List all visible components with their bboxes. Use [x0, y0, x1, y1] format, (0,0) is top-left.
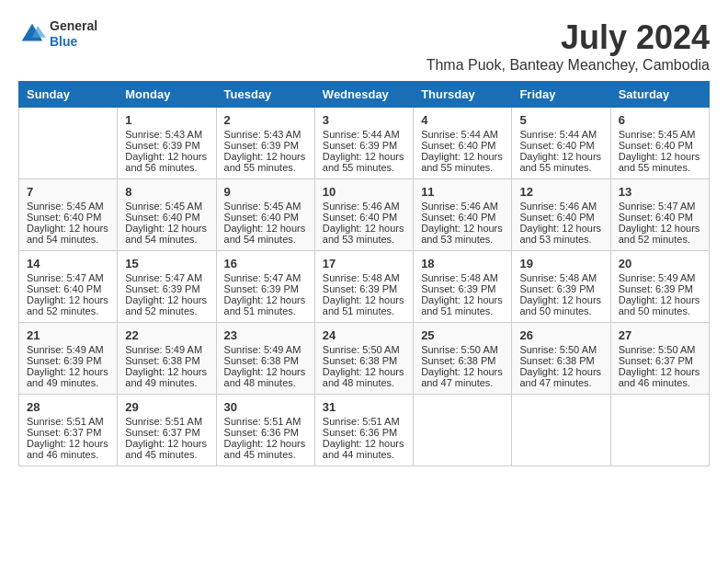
sunrise-text: Sunrise: 5:49 AM	[619, 272, 701, 283]
daylight-text: Daylight: 12 hours and 50 minutes.	[519, 294, 602, 316]
calendar-cell: 28Sunrise: 5:51 AMSunset: 6:37 PMDayligh…	[19, 395, 118, 466]
day-number: 2	[224, 113, 307, 127]
sunset-text: Sunset: 6:38 PM	[323, 355, 405, 366]
day-number: 29	[125, 400, 208, 414]
sunrise-text: Sunrise: 5:48 AM	[519, 272, 602, 283]
sunset-text: Sunset: 6:40 PM	[27, 283, 109, 294]
location-title: Thma Puok, Banteay Meanchey, Cambodia	[427, 57, 710, 74]
sunrise-text: Sunrise: 5:43 AM	[125, 129, 208, 140]
sunrise-text: Sunrise: 5:48 AM	[421, 272, 504, 283]
daylight-text: Daylight: 12 hours and 51 minutes.	[224, 294, 307, 316]
sunset-text: Sunset: 6:39 PM	[323, 283, 405, 294]
sunrise-text: Sunrise: 5:51 AM	[125, 416, 208, 427]
day-number: 5	[519, 113, 602, 127]
day-number: 16	[224, 257, 307, 270]
day-number: 21	[27, 328, 109, 342]
sunrise-text: Sunrise: 5:47 AM	[619, 201, 701, 212]
sunset-text: Sunset: 6:40 PM	[323, 212, 405, 223]
daylight-text: Daylight: 12 hours and 52 minutes.	[125, 294, 208, 316]
sunset-text: Sunset: 6:38 PM	[224, 355, 307, 366]
calendar-cell: 2Sunrise: 5:43 AMSunset: 6:39 PMDaylight…	[216, 108, 314, 179]
sunrise-text: Sunrise: 5:44 AM	[323, 129, 405, 140]
sunrise-text: Sunrise: 5:46 AM	[519, 201, 602, 212]
calendar-week-row: 21Sunrise: 5:49 AMSunset: 6:39 PMDayligh…	[19, 323, 710, 395]
day-number: 24	[323, 328, 405, 342]
daylight-text: Daylight: 12 hours and 45 minutes.	[125, 438, 208, 460]
logo-icon	[18, 20, 46, 48]
sunset-text: Sunset: 6:37 PM	[125, 427, 208, 438]
sunset-text: Sunset: 6:39 PM	[619, 283, 701, 294]
calendar-cell: 19Sunrise: 5:48 AMSunset: 6:39 PMDayligh…	[512, 251, 610, 323]
daylight-text: Daylight: 12 hours and 53 minutes.	[323, 223, 405, 245]
calendar-cell: 3Sunrise: 5:44 AMSunset: 6:39 PMDaylight…	[314, 108, 413, 179]
calendar-cell: 12Sunrise: 5:46 AMSunset: 6:40 PMDayligh…	[512, 179, 610, 251]
sunset-text: Sunset: 6:40 PM	[619, 140, 701, 151]
daylight-text: Daylight: 12 hours and 50 minutes.	[619, 294, 701, 316]
sunrise-text: Sunrise: 5:46 AM	[323, 201, 405, 212]
daylight-text: Daylight: 12 hours and 55 minutes.	[323, 151, 405, 173]
calendar-cell: 30Sunrise: 5:51 AMSunset: 6:36 PMDayligh…	[216, 395, 314, 466]
day-number: 11	[421, 185, 504, 199]
month-title: July 2024	[427, 18, 710, 57]
calendar-cell: 31Sunrise: 5:51 AMSunset: 6:36 PMDayligh…	[314, 395, 413, 466]
sunrise-text: Sunrise: 5:50 AM	[421, 344, 504, 355]
day-number: 22	[125, 328, 208, 342]
sunrise-text: Sunrise: 5:50 AM	[519, 344, 602, 355]
logo-text: General Blue	[50, 18, 97, 50]
daylight-text: Daylight: 12 hours and 46 minutes.	[619, 366, 701, 388]
logo-general: General	[50, 18, 97, 34]
sunrise-text: Sunrise: 5:47 AM	[27, 272, 109, 283]
col-wednesday: Wednesday	[314, 82, 413, 108]
sunrise-text: Sunrise: 5:45 AM	[224, 201, 307, 212]
sunrise-text: Sunrise: 5:44 AM	[421, 129, 504, 140]
calendar-header: Sunday Monday Tuesday Wednesday Thursday…	[19, 82, 710, 108]
calendar-cell: 17Sunrise: 5:48 AMSunset: 6:39 PMDayligh…	[314, 251, 413, 323]
calendar-cell: 4Sunrise: 5:44 AMSunset: 6:40 PMDaylight…	[414, 108, 512, 179]
calendar-cell	[610, 395, 709, 466]
sunrise-text: Sunrise: 5:51 AM	[27, 416, 109, 427]
day-number: 31	[323, 400, 405, 414]
title-section: July 2024 Thma Puok, Banteay Meanchey, C…	[427, 18, 710, 74]
sunset-text: Sunset: 6:40 PM	[519, 212, 602, 223]
sunrise-text: Sunrise: 5:45 AM	[27, 201, 109, 212]
header-row: Sunday Monday Tuesday Wednesday Thursday…	[19, 82, 710, 108]
day-number: 15	[125, 257, 208, 270]
sunset-text: Sunset: 6:40 PM	[519, 140, 602, 151]
sunset-text: Sunset: 6:40 PM	[619, 212, 701, 223]
sunset-text: Sunset: 6:40 PM	[125, 212, 208, 223]
calendar-cell: 6Sunrise: 5:45 AMSunset: 6:40 PMDaylight…	[610, 108, 709, 179]
day-number: 14	[27, 257, 109, 270]
sunset-text: Sunset: 6:37 PM	[619, 355, 701, 366]
calendar-week-row: 7Sunrise: 5:45 AMSunset: 6:40 PMDaylight…	[19, 179, 710, 251]
calendar-cell: 18Sunrise: 5:48 AMSunset: 6:39 PMDayligh…	[414, 251, 512, 323]
sunrise-text: Sunrise: 5:44 AM	[519, 129, 602, 140]
sunset-text: Sunset: 6:40 PM	[421, 140, 504, 151]
day-number: 28	[27, 400, 109, 414]
daylight-text: Daylight: 12 hours and 52 minutes.	[27, 294, 109, 316]
day-number: 8	[125, 185, 208, 199]
sunset-text: Sunset: 6:39 PM	[519, 283, 602, 294]
calendar-cell: 27Sunrise: 5:50 AMSunset: 6:37 PMDayligh…	[610, 323, 709, 395]
day-number: 19	[519, 257, 602, 270]
sunset-text: Sunset: 6:40 PM	[421, 212, 504, 223]
calendar-body: 1Sunrise: 5:43 AMSunset: 6:39 PMDaylight…	[19, 108, 710, 466]
day-number: 13	[619, 185, 701, 199]
col-sunday: Sunday	[19, 82, 118, 108]
sunset-text: Sunset: 6:36 PM	[224, 427, 307, 438]
calendar-cell: 8Sunrise: 5:45 AMSunset: 6:40 PMDaylight…	[118, 179, 216, 251]
day-number: 6	[619, 113, 701, 127]
day-number: 10	[323, 185, 405, 199]
daylight-text: Daylight: 12 hours and 55 minutes.	[421, 151, 504, 173]
sunset-text: Sunset: 6:38 PM	[421, 355, 504, 366]
sunrise-text: Sunrise: 5:50 AM	[323, 344, 405, 355]
sunset-text: Sunset: 6:39 PM	[224, 283, 307, 294]
daylight-text: Daylight: 12 hours and 49 minutes.	[125, 366, 208, 388]
sunset-text: Sunset: 6:36 PM	[323, 427, 405, 438]
col-saturday: Saturday	[610, 82, 709, 108]
logo: General Blue	[18, 18, 97, 50]
calendar-cell: 7Sunrise: 5:45 AMSunset: 6:40 PMDaylight…	[19, 179, 118, 251]
daylight-text: Daylight: 12 hours and 53 minutes.	[421, 223, 504, 245]
daylight-text: Daylight: 12 hours and 55 minutes.	[619, 151, 701, 173]
calendar-cell: 21Sunrise: 5:49 AMSunset: 6:39 PMDayligh…	[19, 323, 118, 395]
calendar-cell: 13Sunrise: 5:47 AMSunset: 6:40 PMDayligh…	[610, 179, 709, 251]
